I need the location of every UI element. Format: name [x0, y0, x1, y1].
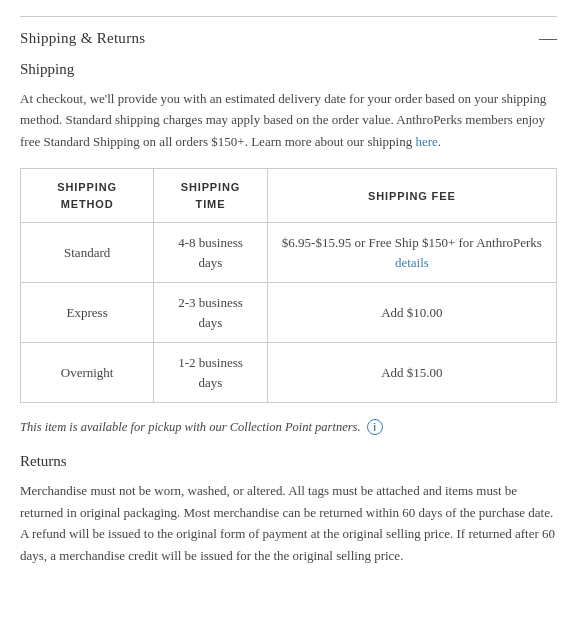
returns-subtitle: Returns: [20, 453, 557, 470]
cell-fee: Add $15.00: [267, 343, 556, 403]
returns-text: Merchandise must not be worn, washed, or…: [20, 480, 557, 566]
fee-link[interactable]: details: [395, 255, 429, 270]
section-title: Shipping & Returns: [20, 30, 145, 47]
cell-method: Overnight: [21, 343, 154, 403]
cell-time: 1-2 business days: [154, 343, 267, 403]
cell-method: Express: [21, 283, 154, 343]
cell-method: Standard: [21, 223, 154, 283]
table-header-row: SHIPPING METHOD SHIPPING TIME SHIPPING F…: [21, 169, 557, 223]
collapse-icon[interactable]: —: [539, 29, 557, 47]
shipping-link[interactable]: here: [415, 134, 437, 149]
table-row: Express2-3 business daysAdd $10.00: [21, 283, 557, 343]
cell-fee: Add $10.00: [267, 283, 556, 343]
table-row: Overnight1-2 business daysAdd $15.00: [21, 343, 557, 403]
col-header-method: SHIPPING METHOD: [21, 169, 154, 223]
cell-fee: $6.95-$15.95 or Free Ship $150+ for Anth…: [267, 223, 556, 283]
shipping-description-text: At checkout, we'll provide you with an e…: [20, 91, 546, 149]
returns-section: Returns Merchandise must not be worn, wa…: [20, 453, 557, 566]
pickup-notice: This item is available for pickup with o…: [20, 419, 557, 435]
col-header-fee: SHIPPING FEE: [267, 169, 556, 223]
shipping-table: SHIPPING METHOD SHIPPING TIME SHIPPING F…: [20, 168, 557, 403]
section-header[interactable]: Shipping & Returns —: [20, 16, 557, 47]
pickup-notice-text: This item is available for pickup with o…: [20, 420, 361, 435]
cell-time: 2-3 business days: [154, 283, 267, 343]
shipping-section: Shipping At checkout, we'll provide you …: [20, 61, 557, 435]
shipping-subtitle: Shipping: [20, 61, 557, 78]
col-header-time: SHIPPING TIME: [154, 169, 267, 223]
cell-time: 4-8 business days: [154, 223, 267, 283]
info-icon[interactable]: i: [367, 419, 383, 435]
table-row: Standard4-8 business days$6.95-$15.95 or…: [21, 223, 557, 283]
shipping-description: At checkout, we'll provide you with an e…: [20, 88, 557, 152]
